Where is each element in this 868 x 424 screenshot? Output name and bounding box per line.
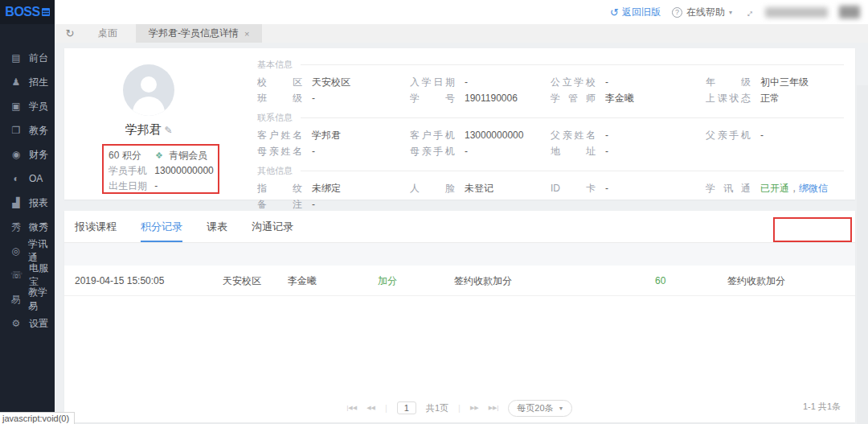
online-help-menu[interactable]: ? 在线帮助 ▾	[672, 6, 732, 19]
section-other-info: 其他信息 指纹未绑定 人脸未登记 ID卡- 学讯通已开通，绑微信 备注-	[257, 165, 844, 212]
info-field-value: 学邦君	[312, 130, 341, 141]
section-basic-info: 基本信息 校区天安校区 入学日期- 公立学校- 年级初中三年级 班级-	[257, 59, 844, 105]
total-pages-label: 共1页	[426, 402, 448, 414]
info-field-label: 指纹	[257, 181, 302, 196]
edit-icon[interactable]: ✎	[164, 125, 172, 136]
sidebar-item-dianfubao[interactable]: ☏ 电服宝	[0, 263, 55, 287]
sidebar-item-oa[interactable]: ◐ OA	[0, 167, 55, 191]
info-field-label: 年级	[706, 75, 751, 89]
tab-enrolled-courses[interactable]: 报读课程	[75, 211, 117, 242]
profile-field-value: 13000000000	[154, 165, 213, 176]
logo-badge-icon	[42, 8, 50, 16]
record-range-label: 1-1 共1条	[803, 401, 841, 413]
info-field-label: 母亲手机	[410, 144, 455, 158]
logo-text: BOSS	[5, 5, 39, 19]
sidebar-item-academic[interactable]: ❐ 教务	[0, 118, 55, 142]
last-page-button[interactable]: ▶▶|	[489, 405, 499, 411]
info-field-label: 学讯通	[706, 181, 751, 196]
info-field-value: 天安校区	[312, 76, 350, 88]
sidebar-item-reports[interactable]: ▟ 报表	[0, 191, 55, 215]
info-field-label: 客户手机	[410, 128, 455, 142]
weixiu-icon: 秀	[10, 220, 22, 234]
phone-icon: ☏	[10, 270, 22, 281]
sidebar-item-settings[interactable]: ⚙ 设置	[0, 311, 55, 335]
info-field-label: 学管师	[551, 91, 596, 105]
info-field-label: 地址	[551, 144, 596, 158]
info-field-label: 母亲姓名	[257, 144, 302, 158]
profile-field: 出生日期 -	[108, 179, 214, 194]
prev-page-button[interactable]: ◀◀	[366, 405, 375, 411]
tab-timetable[interactable]: 课表	[207, 211, 227, 242]
info-field-value: -	[605, 146, 608, 157]
window-tab-label: 学邦君-学员信息详情	[149, 27, 239, 40]
points-value: 60 积分	[108, 150, 141, 161]
info-field-value: -	[312, 146, 315, 157]
user-name-redacted	[765, 7, 828, 18]
sidebar-item-label: 电服宝	[29, 261, 55, 289]
info-field-value: -	[312, 199, 315, 210]
info-field: 地址-	[551, 144, 706, 158]
info-field-value: 已开通	[760, 183, 789, 194]
page-size-select[interactable]: 每页20条 ▼	[508, 400, 572, 417]
fullscreen-icon[interactable]: ↔	[741, 4, 757, 20]
tab-points-record[interactable]: 积分记录	[141, 211, 182, 242]
refresh-icon[interactable]: ↻	[55, 24, 85, 43]
page-input[interactable]: 1	[397, 401, 416, 414]
sidebar-item-weixiu[interactable]: 秀 微秀	[0, 215, 55, 239]
return-old-version-link[interactable]: ↺ 返回旧版	[610, 6, 661, 19]
front-desk-icon: ▤	[10, 52, 22, 64]
pagination: |◀◀ ◀◀ | 1 共1页 | ▶▶ ▶▶| 每页20条 ▼	[64, 396, 855, 420]
info-field: 客户姓名学邦君	[257, 128, 410, 142]
section-title: 联系信息	[257, 112, 844, 124]
section-title: 其他信息	[257, 165, 844, 177]
table-header-cell	[454, 243, 655, 266]
undo-arrow-icon: ↺	[610, 6, 619, 19]
avatar-redacted[interactable]	[839, 6, 860, 19]
sidebar-item-label: 教务	[29, 124, 48, 138]
points-row: 60 积分 ❖ 青铜会员	[108, 148, 214, 163]
caret-down-icon: ▼	[559, 405, 564, 411]
info-field: 学号1901190006	[410, 91, 551, 105]
section-title: 基本信息	[257, 59, 844, 71]
first-page-button[interactable]: |◀◀	[347, 405, 358, 411]
info-field-value: -	[760, 130, 764, 141]
sidebar-item-label: 设置	[29, 317, 48, 331]
academic-icon: ❐	[10, 125, 22, 136]
info-field-value: -	[312, 93, 315, 104]
info-field-label: 人脸	[410, 181, 455, 196]
logo[interactable]: BOSS	[0, 0, 55, 24]
scrollbar-track[interactable]	[857, 85, 868, 424]
sidebar-item-enrollment[interactable]: ♟ 招生	[0, 70, 55, 94]
close-icon[interactable]: ×	[244, 29, 249, 39]
jiaoxueyi-icon: 易	[10, 293, 21, 307]
info-field-label: 父亲姓名	[551, 128, 596, 142]
enrollment-icon: ♟	[10, 76, 22, 88]
bind-wechat-link[interactable]: 绑微信	[799, 183, 828, 194]
window-tab-desktop[interactable]: 桌面	[85, 24, 136, 43]
sidebar: BOSS ▤ 前台 ♟ 招生 ▣ 学员 ❐ 教务 ◉ 财务 ◐ OA	[0, 0, 55, 424]
sidebar-item-jiaoxueyi[interactable]: 易 教学易	[0, 287, 55, 311]
window-tab-student-detail[interactable]: 学邦君-学员信息详情 ×	[136, 24, 262, 43]
student-name: 学邦君✎	[64, 122, 233, 138]
profile-field-label: 学员手机	[108, 165, 147, 176]
section-contact-info: 联系信息 客户姓名学邦君 客户手机13000000000 父亲姓名- 父亲手机-…	[257, 112, 844, 158]
info-field-value: 初中三年级	[760, 76, 809, 88]
table-row[interactable]: 2019-04-15 15:50:05 天安校区 李金曦 加分 签约收款加分 6…	[64, 266, 855, 296]
info-field: 上课状态正常	[706, 91, 844, 105]
tab-communication-log[interactable]: 沟通记录	[252, 211, 293, 242]
sidebar-item-front-desk[interactable]: ▤ 前台	[0, 46, 55, 70]
sidebar-menu: ▤ 前台 ♟ 招生 ▣ 学员 ❐ 教务 ◉ 财务 ◐ OA ▟ 报表 秀	[0, 24, 55, 335]
sidebar-item-xuexuntong[interactable]: ◎ 学讯通	[0, 239, 55, 263]
info-field-value: 13000000000	[465, 130, 523, 141]
sidebar-item-finance[interactable]: ◉ 财务	[0, 142, 55, 167]
info-field: ID卡-	[551, 181, 706, 196]
info-field-label: 班级	[257, 91, 302, 105]
sidebar-item-label: 前台	[29, 51, 48, 65]
info-field: 母亲手机-	[410, 144, 551, 158]
table-header-cell	[655, 243, 727, 266]
sidebar-item-students[interactable]: ▣ 学员	[0, 94, 55, 118]
next-page-button[interactable]: ▶▶	[470, 405, 479, 411]
info-field-value: -	[465, 146, 468, 157]
info-field-value: -	[605, 130, 608, 141]
table-header-cell	[288, 243, 378, 266]
